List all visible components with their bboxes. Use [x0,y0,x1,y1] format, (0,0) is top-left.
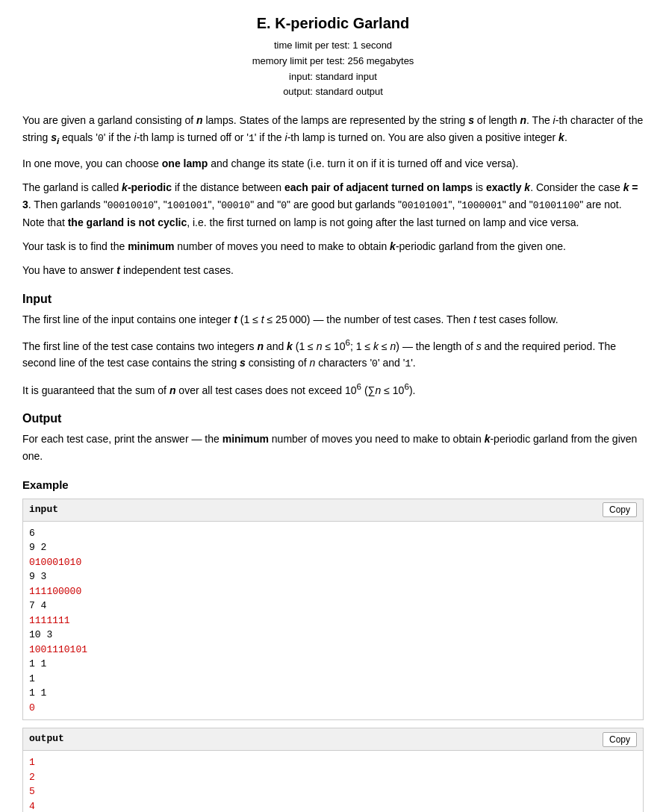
copy-input-button[interactable]: Copy [603,502,637,517]
copy-output-button[interactable]: Copy [603,732,637,747]
input-example-box: input Copy 6 9 2 010001010 9 3 111100000… [22,499,644,720]
input-example-header: input Copy [23,499,643,522]
output-example-header: output Copy [23,728,643,751]
page-title: E. K-periodic Garland [22,15,644,32]
output-example-box: output Copy 1 2 5 4 0 0 [22,728,644,812]
example-label: Example [22,476,644,494]
input-section-title: Input [22,290,644,309]
meta-info: time limit per test: 1 second memory lim… [22,38,644,100]
input-example-content: 6 9 2 010001010 9 3 111100000 7 4 111111… [23,522,643,720]
output-example-content: 1 2 5 4 0 0 [23,751,643,812]
output-example-label: output [29,731,64,747]
problem-body: You are given a garland consisting of n … [22,112,644,812]
input-example-label: input [29,502,58,518]
output-section-title: Output [22,409,644,428]
